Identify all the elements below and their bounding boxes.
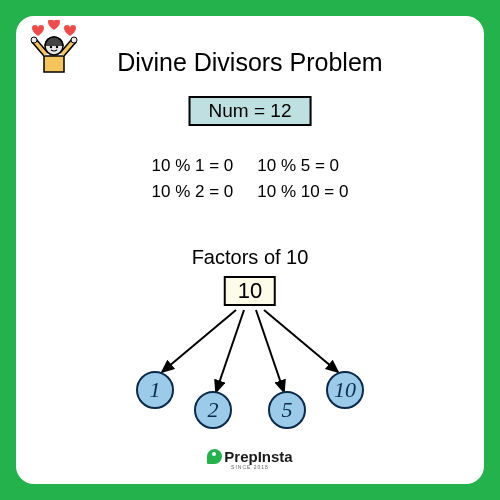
brand-logo-icon bbox=[207, 449, 222, 464]
num-box: Num = 12 bbox=[189, 96, 312, 126]
equations-right: 10 % 5 = 0 10 % 10 = 0 bbox=[257, 156, 348, 202]
svg-line-5 bbox=[162, 310, 236, 372]
factor-node: 1 bbox=[136, 371, 174, 409]
factors-heading: Factors of 10 bbox=[16, 246, 484, 269]
brand-name: PrepInsta bbox=[224, 448, 292, 465]
tree-arrows bbox=[16, 276, 484, 426]
equations-left: 10 % 1 = 0 10 % 2 = 0 bbox=[152, 156, 234, 202]
equation: 10 % 2 = 0 bbox=[152, 182, 234, 202]
svg-point-4 bbox=[71, 37, 77, 43]
svg-point-3 bbox=[31, 37, 37, 43]
factor-node: 2 bbox=[194, 391, 232, 429]
brand-footer: PrepInsta SINCE 2018 bbox=[16, 448, 484, 470]
page-title: Divine Divisors Problem bbox=[16, 48, 484, 77]
equation: 10 % 10 = 0 bbox=[257, 182, 348, 202]
factor-tree: 1 2 5 10 bbox=[16, 276, 484, 426]
equations-block: 10 % 1 = 0 10 % 2 = 0 10 % 5 = 0 10 % 10… bbox=[16, 156, 484, 202]
brand-tagline: SINCE 2018 bbox=[16, 464, 484, 470]
svg-line-8 bbox=[264, 310, 338, 372]
equation: 10 % 5 = 0 bbox=[257, 156, 348, 176]
factor-node: 10 bbox=[326, 371, 364, 409]
factor-node: 5 bbox=[268, 391, 306, 429]
equation: 10 % 1 = 0 bbox=[152, 156, 234, 176]
content-card: Divine Divisors Problem Num = 12 10 % 1 … bbox=[16, 16, 484, 484]
